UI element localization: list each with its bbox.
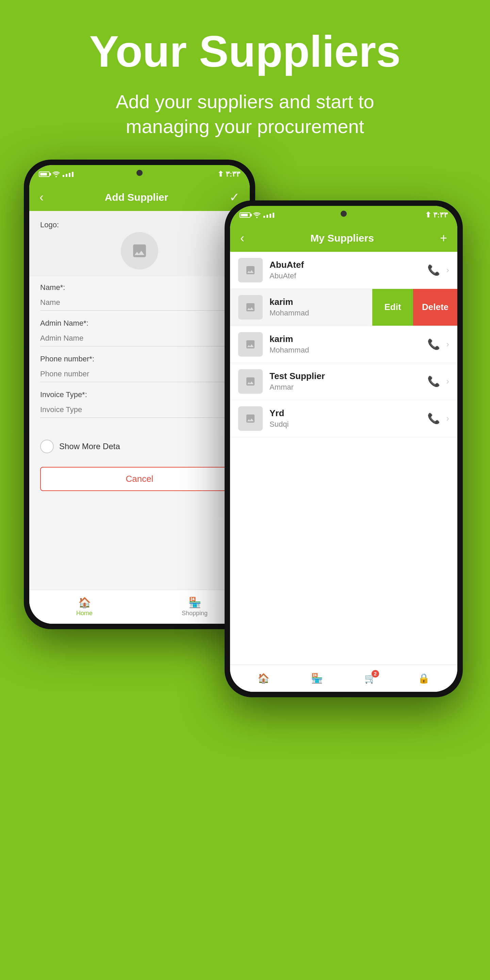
logo-label: Logo:	[40, 221, 239, 229]
nav-title-left: Add Supplier	[43, 192, 229, 203]
show-more-text: Show More Deta	[59, 442, 120, 451]
shopping-icon: 🏪	[189, 597, 201, 608]
supplier-thumb-1	[238, 258, 263, 282]
supplier-name-5: Yrd	[269, 408, 427, 418]
phone-input[interactable]	[40, 366, 239, 382]
hero-section: Your Suppliers Add your suppliers and st…	[0, 0, 490, 159]
home-icon: 🏠	[78, 597, 91, 608]
swipe-actions: Edit Delete	[372, 289, 457, 326]
phone-left: ⬆ ۳:۳۳ ‹ Add Supplier ✓ Logo:	[24, 159, 255, 629]
logo-section: Logo:	[29, 211, 250, 276]
name-label: Name*:	[40, 283, 239, 292]
supplier-info-1: AbuAtef AbuAtef	[269, 259, 427, 280]
supplier-thumb-5	[238, 406, 263, 431]
supplier-info-5: Yrd Sudqi	[269, 408, 427, 429]
cancel-button[interactable]: Cancel	[40, 467, 239, 491]
toggle-circle[interactable]	[40, 440, 54, 453]
battery-icon-right	[240, 212, 250, 218]
form-group-name: Name*:	[40, 283, 239, 311]
supplier-actions-5: 📞 ›	[427, 412, 449, 424]
tab-bar-left: 🏠 Home 🏪 Shopping	[29, 590, 250, 624]
nav-bar-left: ‹ Add Supplier ✓	[29, 184, 250, 211]
home-label: Home	[76, 610, 92, 617]
chevron-button-1[interactable]: ›	[446, 265, 449, 275]
logo-placeholder[interactable]	[121, 232, 158, 269]
location-icon-left: ⬆	[218, 170, 224, 179]
shopping-label: Shopping	[182, 610, 208, 617]
status-left-left	[39, 171, 73, 177]
cart-badge: 2	[372, 670, 379, 678]
time-right: ۳:۳۳	[433, 211, 448, 220]
supplier-info-3: karim Mohammad	[269, 334, 427, 355]
image-icon-4	[245, 376, 256, 387]
supplier-actions-1: 📞 ›	[427, 264, 449, 276]
camera-dot-left	[137, 170, 143, 176]
phone-right: ⬆ ۳:۳۳ ‹ My Suppliers +	[224, 200, 463, 697]
form-group-phone: Phone number*:	[40, 355, 239, 382]
supplier-name-1: AbuAtef	[269, 259, 427, 270]
camera-dot-right	[340, 211, 347, 217]
admin-label: Admin Name*:	[40, 319, 239, 328]
bottom-shopping[interactable]: 🏪	[311, 673, 323, 684]
supplier-item-test[interactable]: Test Supplier Ammar 📞 ›	[230, 363, 457, 400]
status-right-right: ⬆ ۳:۳۳	[425, 211, 448, 220]
status-left-right	[240, 212, 274, 218]
form-group-admin: Admin Name*:	[40, 319, 239, 347]
edit-action-button[interactable]: Edit	[372, 289, 413, 326]
phone-right-screen: ⬆ ۳:۳۳ ‹ My Suppliers +	[230, 206, 457, 692]
bottom-home[interactable]: 🏠	[258, 673, 269, 684]
supplier-sub-1: AbuAtef	[269, 272, 427, 280]
check-button-left[interactable]: ✓	[229, 190, 240, 205]
delete-action-button[interactable]: Delete	[413, 289, 457, 326]
bottom-cart[interactable]: 🛒 2	[364, 673, 376, 684]
supplier-name-3: karim	[269, 334, 427, 344]
supplier-sub-3: Mohammad	[269, 346, 427, 355]
chevron-button-5[interactable]: ›	[446, 413, 449, 424]
supplier-item-abuatef[interactable]: AbuAtef AbuAtef 📞 ›	[230, 252, 457, 289]
name-input[interactable]	[40, 295, 239, 311]
bottom-shopping-icon: 🏪	[311, 673, 323, 684]
phone-left-screen: ⬆ ۳:۳۳ ‹ Add Supplier ✓ Logo:	[29, 165, 250, 624]
signal-dots-right	[263, 213, 274, 218]
supplier-item-karim-swiped[interactable]: karim Mohammad 📞 › Edit Delete	[230, 289, 457, 326]
add-button-right[interactable]: +	[440, 231, 447, 245]
battery-icon	[39, 172, 50, 177]
phones-area: ⬆ ۳:۳۳ ‹ Add Supplier ✓ Logo:	[0, 159, 490, 908]
supplier-info-4: Test Supplier Ammar	[269, 371, 427, 392]
tab-home[interactable]: 🏠 Home	[29, 597, 140, 617]
bottom-home-icon: 🏠	[258, 673, 269, 684]
chevron-button-4[interactable]: ›	[446, 376, 449, 387]
chevron-button-3[interactable]: ›	[446, 339, 449, 350]
supplier-thumb-3	[238, 332, 263, 356]
supplier-item-yrd[interactable]: Yrd Sudqi 📞 ›	[230, 400, 457, 437]
image-icon	[131, 242, 148, 259]
nav-title-right: My Suppliers	[244, 232, 440, 244]
supplier-thumb-4	[238, 369, 263, 394]
signal-dots-left	[63, 172, 73, 177]
back-button-left[interactable]: ‹	[40, 190, 43, 205]
hero-subtitle: Add your suppliers and start tomanaging …	[0, 89, 490, 139]
image-icon-2s	[245, 302, 256, 313]
show-more-row[interactable]: Show More Deta	[29, 433, 250, 460]
image-icon-5	[245, 413, 256, 424]
bottom-lock-icon: 🔒	[418, 673, 430, 684]
phone-button-4[interactable]: 📞	[427, 375, 440, 387]
supplier-sub-5: Sudqi	[269, 420, 427, 429]
supplier-item-karim[interactable]: karim Mohammad 📞 ›	[230, 326, 457, 363]
phone-button-1[interactable]: 📞	[427, 264, 440, 276]
wifi-icon	[52, 171, 60, 177]
invoice-input[interactable]	[40, 402, 239, 418]
bottom-lock[interactable]: 🔒	[418, 673, 430, 684]
phone-label: Phone number*:	[40, 355, 239, 363]
suppliers-list: AbuAtef AbuAtef 📞 ›	[230, 252, 457, 665]
image-icon-3	[245, 339, 256, 350]
supplier-actions-4: 📞 ›	[427, 375, 449, 387]
status-right-left: ⬆ ۳:۳۳	[218, 170, 240, 179]
supplier-name-4: Test Supplier	[269, 371, 427, 382]
back-button-right[interactable]: ‹	[240, 231, 244, 245]
phone-button-3[interactable]: 📞	[427, 338, 440, 350]
form-group-invoice: Invoice Type*:	[40, 390, 239, 418]
phone-button-5[interactable]: 📞	[427, 412, 440, 424]
bottom-nav-right: 🏠 🏪 🛒 2 🔒	[230, 665, 457, 692]
admin-name-input[interactable]	[40, 331, 239, 347]
